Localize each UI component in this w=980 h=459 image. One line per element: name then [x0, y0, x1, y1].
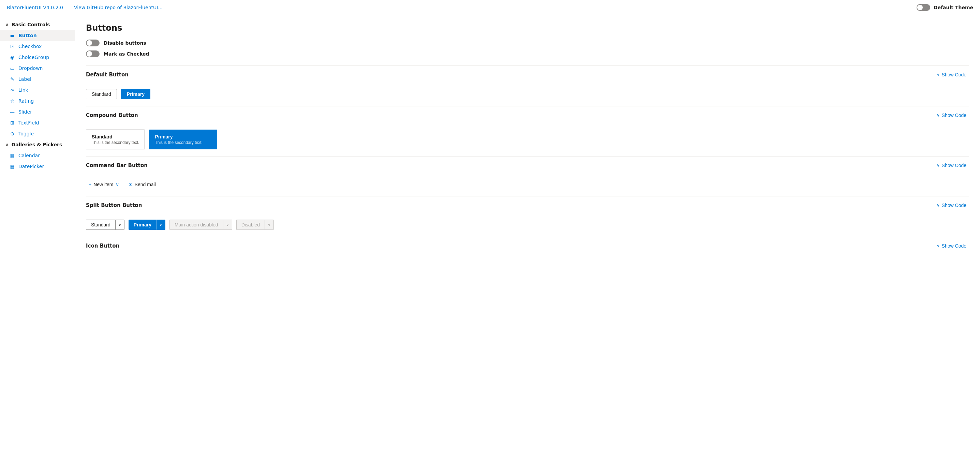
mark-checked-control: Mark as Checked — [86, 51, 969, 57]
sidebar-label-datepicker: DatePicker — [18, 164, 44, 169]
sidebar-label-toggle: Toggle — [18, 131, 34, 136]
split-standard-arrow[interactable]: ∨ — [115, 220, 124, 230]
split-standard-group: Standard ∨ — [86, 220, 124, 230]
command-bar-show-code[interactable]: ∨ Show Code — [934, 161, 969, 169]
theme-toggle[interactable] — [916, 4, 930, 11]
sidebar-item-choicegroup[interactable]: ◉ ChoiceGroup — [0, 52, 75, 63]
chevron-down-icon-5: ∨ — [937, 244, 940, 248]
page-title: Buttons — [86, 23, 969, 33]
icon-button-show-code[interactable]: ∨ Show Code — [934, 242, 969, 250]
chevron-down-icon: ∨ — [937, 72, 940, 77]
label-icon: ✎ — [10, 76, 15, 82]
split-button-demo: Standard ∨ Primary ∨ Main action disable… — [86, 220, 969, 230]
textfield-icon: ⊞ — [10, 120, 15, 126]
rating-icon: ☆ — [10, 98, 15, 104]
sidebar-label-textfield: TextField — [18, 120, 39, 126]
primary-button[interactable]: Primary — [121, 89, 150, 99]
mark-checked-label: Mark as Checked — [103, 51, 150, 57]
show-code-label-1: Show Code — [942, 72, 966, 77]
split-disabled-arrow: ∨ — [265, 220, 274, 230]
brand-link[interactable]: BlazorFluentUI V4.0.2.0 — [7, 5, 63, 10]
sidebar-item-rating[interactable]: ☆ Rating — [0, 96, 75, 107]
compound-primary-button[interactable]: Primary This is the secondary text. — [149, 129, 217, 149]
command-bar-button-section: Command Bar Button ∨ Show Code + New ite… — [86, 156, 969, 189]
toggle-icon: ⊙ — [10, 131, 15, 136]
button-icon: ▬ — [10, 33, 15, 38]
standard-button[interactable]: Standard — [86, 89, 117, 99]
dropdown-icon: ▭ — [10, 65, 15, 71]
sidebar-item-textfield[interactable]: ⊞ TextField — [0, 117, 75, 128]
show-code-label-3: Show Code — [942, 163, 966, 168]
split-primary-main[interactable]: Primary — [129, 220, 156, 230]
top-nav-right: Default Theme — [916, 4, 973, 11]
sidebar-item-button[interactable]: ▬ Button — [0, 30, 75, 41]
sidebar-label-choicegroup: ChoiceGroup — [18, 54, 49, 60]
split-main-disabled-arrow[interactable]: ∨ — [223, 220, 232, 230]
default-button-show-code[interactable]: ∨ Show Code — [934, 70, 969, 79]
command-bar-button-title: Command Bar Button — [86, 162, 148, 169]
sidebar-label-button: Button — [18, 33, 37, 38]
new-item-label: New item — [94, 182, 113, 187]
show-code-label-2: Show Code — [942, 113, 966, 118]
repo-link[interactable]: View GitHub repo of BlazorFluentUI... — [74, 5, 163, 10]
split-primary-arrow[interactable]: ∨ — [156, 220, 165, 230]
split-button-title: Split Button Button — [86, 202, 142, 208]
disable-buttons-control: Disable buttons — [86, 40, 969, 46]
sidebar-label-link: Link — [18, 87, 28, 93]
default-button-demo: Standard Primary — [86, 89, 969, 99]
sidebar-label-label: Label — [18, 76, 31, 82]
disable-buttons-label: Disable buttons — [103, 40, 146, 46]
content-area: Buttons Disable buttons Mark as Checked … — [75, 15, 980, 459]
sidebar-item-calendar[interactable]: ▦ Calendar — [0, 150, 75, 161]
new-item-button[interactable]: + New item ∨ — [86, 180, 122, 189]
compound-button-header: Compound Button ∨ Show Code — [86, 106, 969, 124]
compound-button-title: Compound Button — [86, 112, 138, 118]
sidebar-label-rating: Rating — [18, 98, 34, 104]
main-layout: ∧ Basic Controls ▬ Button ☑ Checkbox ◉ C… — [0, 15, 980, 459]
split-button-header: Split Button Button ∨ Show Code — [86, 196, 969, 214]
send-mail-label: Send mail — [135, 182, 156, 187]
split-button-show-code[interactable]: ∨ Show Code — [934, 201, 969, 209]
sidebar-item-checkbox[interactable]: ☑ Checkbox — [0, 41, 75, 52]
compound-button-show-code[interactable]: ∨ Show Code — [934, 111, 969, 120]
send-mail-button[interactable]: ✉ Send mail — [126, 180, 159, 189]
sidebar: ∧ Basic Controls ▬ Button ☑ Checkbox ◉ C… — [0, 15, 75, 459]
mail-icon: ✉ — [129, 182, 133, 187]
disable-buttons-toggle[interactable] — [86, 40, 100, 46]
top-nav: BlazorFluentUI V4.0.2.0 View GitHub repo… — [0, 0, 980, 15]
compound-standard-main: Standard — [92, 134, 139, 139]
command-bar-demo: + New item ∨ ✉ Send mail — [86, 180, 969, 189]
controls-row: Disable buttons Mark as Checked — [86, 40, 969, 57]
mark-checked-toggle[interactable] — [86, 51, 100, 57]
split-disabled-group: Disabled ∨ — [236, 220, 274, 230]
show-code-label-4: Show Code — [942, 202, 966, 208]
chevron-down-icon-3: ∨ — [937, 163, 940, 168]
link-icon: ∞ — [10, 87, 15, 93]
split-main-disabled-main: Main action disabled — [169, 220, 223, 230]
basic-controls-header[interactable]: ∧ Basic Controls — [0, 19, 75, 30]
chevron-up-icon: ∧ — [5, 22, 9, 27]
compound-button-demo: Standard This is the secondary text. Pri… — [86, 129, 969, 149]
sidebar-item-label[interactable]: ✎ Label — [0, 74, 75, 84]
compound-button-section: Compound Button ∨ Show Code Standard Thi… — [86, 106, 969, 149]
icon-button-header: Icon Button ∨ Show Code — [86, 237, 969, 255]
default-button-header: Default Button ∨ Show Code — [86, 65, 969, 84]
sidebar-item-toggle[interactable]: ⊙ Toggle — [0, 128, 75, 139]
split-disabled-main: Disabled — [236, 220, 265, 230]
sidebar-item-link[interactable]: ∞ Link — [0, 84, 75, 96]
split-standard-main[interactable]: Standard — [86, 220, 115, 230]
plus-icon: + — [89, 182, 91, 187]
split-primary-group: Primary ∨ — [129, 220, 165, 230]
icon-button-title: Icon Button — [86, 243, 119, 249]
top-nav-links: BlazorFluentUI V4.0.2.0 View GitHub repo… — [7, 5, 916, 10]
sidebar-label-checkbox: Checkbox — [18, 44, 41, 49]
galleries-header[interactable]: ∧ Galleries & Pickers — [0, 139, 75, 150]
sidebar-item-dropdown[interactable]: ▭ Dropdown — [0, 63, 75, 74]
sidebar-item-slider[interactable]: — Slider — [0, 107, 75, 117]
command-bar-button-header: Command Bar Button ∨ Show Code — [86, 156, 969, 174]
default-button-section: Default Button ∨ Show Code Standard Prim… — [86, 65, 969, 99]
calendar-icon: ▦ — [10, 153, 15, 158]
compound-standard-button[interactable]: Standard This is the secondary text. — [86, 129, 145, 149]
icon-button-section: Icon Button ∨ Show Code — [86, 237, 969, 255]
sidebar-item-datepicker[interactable]: ▦ DatePicker — [0, 161, 75, 172]
